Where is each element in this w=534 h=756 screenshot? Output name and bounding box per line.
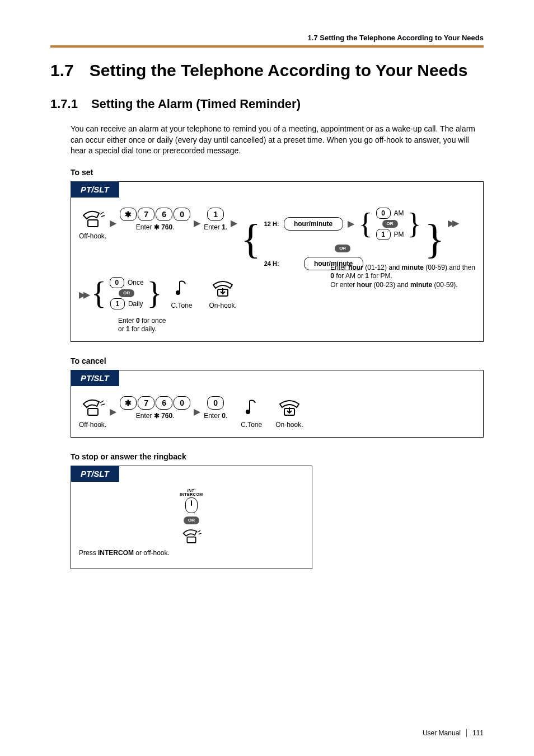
key-1: 1 (207, 208, 224, 221)
key-0: 0 (110, 277, 124, 288)
offhook-caption: Off-hook. (79, 421, 106, 429)
section-number: 1.7 (50, 61, 74, 80)
onhook-icon (210, 277, 236, 299)
arrow-icon: ▶ (348, 218, 354, 229)
footer-divider (466, 729, 467, 737)
intro-paragraph: You can receive an alarm at your telepho… (71, 124, 484, 157)
arrow-icon: ▶ (110, 208, 116, 228)
key-0: 0 (207, 396, 224, 410)
confirmation-tone-icon (238, 396, 264, 419)
onhook-icon (277, 396, 302, 419)
pt-slt-badge: PT/SLT (71, 181, 119, 198)
enter-760-caption: Enter ✱ 760. (136, 412, 175, 420)
page-footer: User Manual 111 (423, 729, 484, 737)
twelve-h-label: 12 H: (264, 220, 279, 227)
to-set-box: PT/SLT Off-hook. ▶ ✱ 7 6 0 (71, 181, 484, 342)
key-7: 7 (138, 208, 154, 221)
key-6: 6 (156, 396, 172, 410)
or-pill: OR (335, 245, 350, 252)
svg-line-2 (101, 215, 105, 217)
svg-point-8 (246, 410, 250, 414)
subsection-number: 1.7.1 (50, 97, 78, 111)
arrow-icon: ▶ (194, 396, 200, 417)
right-brace-icon: } (407, 212, 421, 236)
running-head: 1.7 Setting the Telephone According to Y… (50, 34, 484, 42)
enter-760-caption: Enter ✱ 760. (136, 223, 175, 232)
key-star: ✱ (120, 396, 137, 410)
right-brace-icon: } (147, 280, 162, 307)
once-daily-caption: Enter 0 for onceor 1 for daily. (118, 317, 166, 334)
ctone-caption: C.Tone (171, 302, 192, 310)
or-pill: OR (184, 516, 199, 524)
arrow-icon: ▶ (110, 396, 116, 417)
section-title: Setting the Telephone According to Your … (90, 61, 484, 80)
intercom-button-icon: INT' INTERCOM (180, 489, 203, 514)
to-stop-title: To stop or answer the ringback (71, 452, 484, 461)
intercom-caption: Press INTERCOM or off-hook. (79, 549, 170, 557)
svg-point-3 (176, 290, 180, 295)
svg-line-12 (199, 533, 202, 534)
offhook-icon (80, 208, 106, 230)
key-1: 1 (376, 229, 391, 240)
twentyfour-h-label: 24 H: (264, 260, 279, 267)
pt-slt-badge: PT/SLT (71, 466, 119, 482)
left-brace-icon: { (359, 212, 373, 236)
right-brace-icon: } (425, 222, 445, 256)
onhook-caption: On-hook. (275, 421, 303, 429)
once-label: Once (128, 279, 144, 287)
key-7: 7 (138, 396, 154, 410)
offhook-icon (80, 396, 106, 419)
svg-line-7 (101, 404, 105, 405)
key-1: 1 (110, 298, 125, 309)
or-pill: OR (382, 220, 398, 228)
am-label: AM (394, 209, 404, 217)
arrow-icon: ▶ (231, 208, 237, 228)
header-rule (50, 45, 484, 48)
enter-1-caption: Enter 1. (204, 223, 227, 232)
enter-0-caption: Enter 0. (204, 412, 227, 420)
subsection-heading: 1.7.1 Setting the Alarm (Timed Reminder) (50, 97, 484, 111)
to-cancel-title: To cancel (71, 356, 484, 365)
double-arrow-icon: ▶▶ (448, 208, 457, 228)
or-pill: OR (119, 289, 134, 297)
arrow-icon: ▶ (194, 208, 200, 228)
svg-rect-0 (88, 220, 98, 227)
key-0: 0 (174, 208, 190, 221)
confirmation-tone-icon (168, 277, 194, 299)
subsection-title: Setting the Alarm (Timed Reminder) (91, 97, 301, 111)
to-stop-box: PT/SLT INT' INTERCOM OR Press INTERCOM o… (71, 466, 312, 569)
svg-rect-10 (187, 537, 195, 542)
offhook-icon (180, 527, 203, 546)
to-cancel-box: PT/SLT Off-hook. ▶ ✱ 7 6 0 Enter (71, 370, 484, 438)
page-number: 111 (472, 729, 484, 737)
key-0: 0 (376, 208, 391, 219)
pm-label: PM (394, 231, 404, 238)
key-0: 0 (174, 396, 190, 410)
daily-label: Daily (128, 300, 143, 308)
onhook-caption: On-hook. (209, 302, 236, 310)
section-heading: 1.7 Setting the Telephone According to Y… (50, 61, 484, 80)
to-set-title: To set (71, 168, 484, 177)
left-brace-icon: { (91, 280, 106, 307)
svg-line-6 (100, 401, 104, 403)
ctone-caption: C.Tone (241, 421, 262, 429)
svg-line-11 (198, 530, 200, 532)
left-brace-icon: { (241, 222, 261, 256)
hour-minute-key: hour/minute (284, 217, 343, 231)
svg-line-1 (100, 212, 104, 214)
svg-rect-5 (88, 408, 98, 415)
time-entry-caption: Enter hour (01-12) and minute (00-59) an… (330, 264, 475, 290)
key-star: ✱ (120, 208, 137, 221)
key-6: 6 (156, 208, 172, 221)
footer-label: User Manual (423, 729, 461, 737)
pt-slt-badge: PT/SLT (71, 370, 119, 386)
double-arrow-icon: ▶▶ (79, 277, 88, 300)
offhook-caption: Off-hook. (79, 232, 106, 241)
